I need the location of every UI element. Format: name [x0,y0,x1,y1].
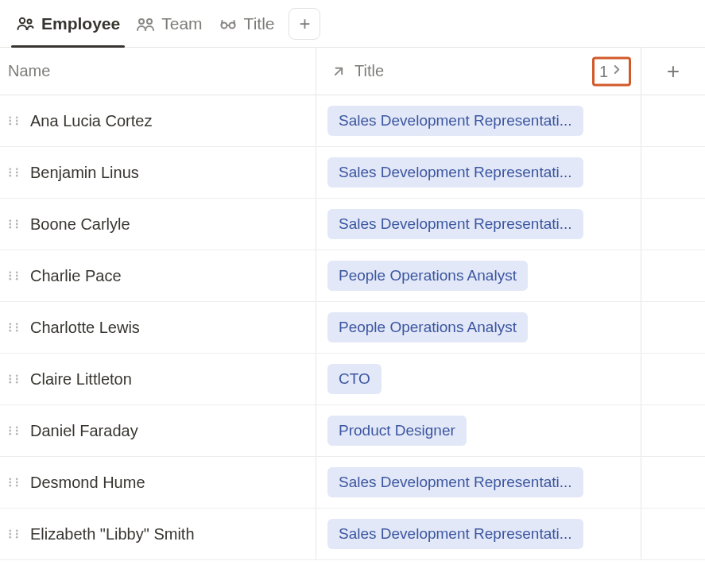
svg-point-21 [16,223,18,226]
column-label: Title [354,62,384,80]
cell-name[interactable]: Claire Littleton [0,354,316,404]
svg-point-49 [16,478,18,480]
svg-point-59 [16,536,18,539]
svg-point-52 [9,485,11,487]
svg-point-51 [16,482,18,484]
relation-count-button[interactable]: 1 [592,56,631,86]
cell-title[interactable]: People Operations Analyst [316,302,641,353]
cell-name[interactable]: Elizabeth "Libby" Smith [0,509,316,559]
name-text: Daniel Faraday [30,422,138,440]
tab-label: Title [244,14,275,33]
cell-name[interactable]: Desmond Hume [0,457,316,508]
cell-name[interactable]: Boone Carlyle [0,199,316,250]
svg-point-27 [16,275,18,277]
cell-extra [641,405,705,456]
drag-handle-icon[interactable] [8,528,19,540]
relation-chip[interactable]: People Operations Analyst [327,312,528,342]
table-row[interactable]: Daniel Faraday Product Designer [0,405,705,457]
svg-point-33 [16,327,18,329]
table-row[interactable]: Elizabeth "Libby" Smith Sales Developmen… [0,509,705,560]
svg-point-9 [16,120,18,122]
relation-chip[interactable]: Sales Development Representati... [327,519,583,549]
tab-employee[interactable]: Employee [8,0,128,47]
cell-name[interactable]: Ana Lucia Cortez [0,95,316,146]
cell-extra [641,354,705,404]
column-header-title[interactable]: Title 1 [316,48,641,95]
table-row[interactable]: Charlie Pace People Operations Analyst [0,250,705,302]
svg-point-34 [9,330,11,332]
table-row[interactable]: Desmond Hume Sales Development Represent… [0,457,705,509]
svg-point-43 [16,426,18,428]
tab-label: Employee [41,14,120,33]
drag-handle-icon[interactable] [8,322,19,333]
svg-point-3 [147,19,152,24]
cell-title[interactable]: Sales Development Representati... [316,95,641,146]
name-text: Boone Carlyle [30,215,130,234]
svg-point-36 [9,374,11,377]
svg-point-42 [9,426,11,428]
tab-label: Team [161,14,202,33]
svg-point-32 [9,327,11,329]
relation-chip[interactable]: People Operations Analyst [327,261,528,291]
drag-handle-icon[interactable] [8,270,19,281]
cell-title[interactable]: Sales Development Representati... [316,199,641,250]
relation-chip[interactable]: Sales Development Representati... [327,157,583,188]
svg-point-7 [16,116,18,118]
table-row[interactable]: Ana Lucia Cortez Sales Development Repre… [0,95,705,147]
view-tabs: Employee Team Title + [0,0,705,48]
relation-chip[interactable]: CTO [327,364,382,394]
svg-point-45 [16,430,18,432]
relation-count: 1 [599,62,608,80]
cell-name[interactable]: Benjamin Linus [0,147,316,198]
add-column-button[interactable]: + [641,48,705,95]
svg-point-10 [9,123,11,126]
relation-chip[interactable]: Sales Development Representati... [327,467,583,497]
name-text: Charlie Pace [30,267,122,285]
relation-arrow-icon [331,64,347,79]
relation-chip[interactable]: Sales Development Representati... [327,106,583,136]
tab-team[interactable]: Team [128,0,210,47]
cell-extra [641,509,705,559]
relation-chip[interactable]: Sales Development Representati... [327,209,583,239]
svg-point-26 [9,275,11,277]
tab-title[interactable]: Title [211,0,283,47]
cell-title[interactable]: Sales Development Representati... [316,509,641,559]
svg-point-24 [9,271,11,273]
cell-title[interactable]: Product Designer [316,405,641,456]
svg-point-28 [9,278,11,280]
drag-handle-icon[interactable] [8,115,19,126]
svg-point-47 [16,433,18,435]
svg-point-58 [9,536,11,539]
name-text: Claire Littleton [30,370,132,389]
add-view-button[interactable]: + [289,8,320,40]
svg-point-20 [9,223,11,226]
cell-title[interactable]: Sales Development Representati... [316,457,641,508]
table-row[interactable]: Boone Carlyle Sales Development Represen… [0,199,705,250]
cell-title[interactable]: Sales Development Representati... [316,147,641,198]
cell-title[interactable]: People Operations Analyst [316,250,641,301]
table-body: Ana Lucia Cortez Sales Development Repre… [0,95,705,560]
table-row[interactable]: Benjamin Linus Sales Development Represe… [0,147,705,199]
drag-handle-icon[interactable] [8,373,19,385]
svg-point-50 [9,482,11,484]
table-row[interactable]: Charlotte Lewis People Operations Analys… [0,302,705,354]
drag-handle-icon[interactable] [8,425,19,436]
name-text: Desmond Hume [30,474,145,492]
svg-point-39 [16,378,18,381]
cell-name[interactable]: Charlie Pace [0,250,316,301]
cell-name[interactable]: Charlotte Lewis [0,302,316,353]
cell-title[interactable]: CTO [316,354,641,404]
cell-extra [641,147,705,198]
cell-name[interactable]: Daniel Faraday [0,405,316,456]
svg-point-22 [9,226,11,229]
drag-handle-icon[interactable] [8,477,19,488]
svg-point-56 [9,533,11,536]
relation-chip[interactable]: Product Designer [327,416,467,446]
drag-handle-icon[interactable] [8,167,19,178]
table-row[interactable]: Claire Littleton CTO [0,354,705,405]
drag-handle-icon[interactable] [8,219,19,230]
svg-point-17 [16,175,18,177]
column-header-name[interactable]: Name [0,48,316,95]
svg-point-30 [9,323,11,325]
plus-icon: + [667,59,680,84]
